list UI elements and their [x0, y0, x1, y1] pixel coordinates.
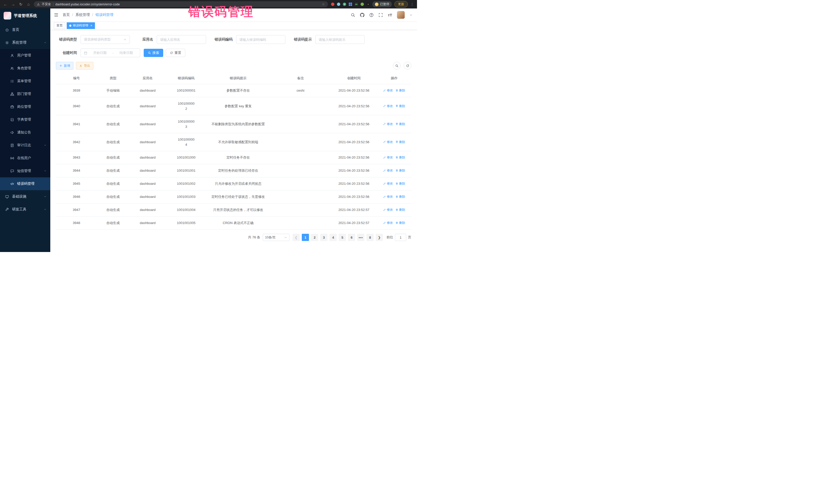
page-button-5[interactable]: 5	[339, 234, 346, 241]
error-code-input[interactable]	[236, 35, 285, 44]
date-range-picker[interactable]: 开始日期 - 结束日期	[81, 48, 140, 57]
browser-home-button[interactable]: ⌂	[26, 2, 31, 6]
page-size-select[interactable]: 10条/页	[263, 234, 289, 241]
page-button-8[interactable]: 8	[367, 234, 374, 241]
extension-icon-green-v[interactable]: V	[343, 3, 346, 6]
delete-link[interactable]: 删除	[395, 194, 405, 199]
error-type-select[interactable]: 请选择错误码类型	[81, 35, 130, 44]
delete-link[interactable]: 删除	[395, 181, 405, 186]
extension-icon-cyan[interactable]	[337, 3, 340, 6]
sidebar-item-label: 错误码管理	[17, 181, 35, 186]
sidebar-item-dept-mgmt[interactable]: 部门管理	[0, 88, 50, 100]
sidebar-item-post-mgmt[interactable]: 岗位管理	[0, 100, 50, 113]
browser-forward-button[interactable]: →	[11, 2, 15, 6]
prev-page-button[interactable]: ❮	[292, 234, 300, 241]
page-button-2[interactable]: 2	[311, 234, 318, 241]
user-avatar[interactable]	[397, 11, 405, 19]
extensions-puzzle-icon[interactable]: ■	[367, 3, 370, 6]
page-button-6[interactable]: 6	[348, 234, 355, 241]
delete-link[interactable]: 删除	[395, 220, 405, 225]
edit-link[interactable]: 修改	[383, 168, 393, 173]
delete-link[interactable]: 删除	[395, 122, 405, 126]
tag-item[interactable]: 首页	[54, 22, 65, 29]
paused-profile-chip[interactable]: 已暂停	[372, 1, 392, 7]
extension-icon-on[interactable]: on	[355, 3, 358, 6]
table-toolbar: 新增 导出	[56, 62, 411, 69]
close-icon[interactable]: ×	[90, 24, 92, 27]
cell-app: dashboard	[129, 84, 166, 97]
delete-link[interactable]: 删除	[395, 207, 405, 212]
cell-message: 定时任务已经处于该状态，无需修改	[206, 191, 270, 203]
sidebar-item-infra[interactable]: 基础设施	[0, 190, 50, 203]
goto-label: 前往	[387, 235, 393, 240]
pager-ellipsis[interactable]: •••	[357, 234, 365, 241]
next-page-button[interactable]: ❯	[376, 234, 383, 241]
cell-created: 2021-04-20 23:52:56	[331, 191, 377, 203]
edit-link[interactable]: 修改	[383, 155, 393, 160]
address-bar[interactable]: ⚠ 不安全 dashboard.yudao.iocoder.cn/system/…	[34, 1, 328, 7]
sidebar-logo[interactable]: 芋道管理系统	[0, 8, 50, 23]
sidebar-item-online-user[interactable]: 在线用户	[0, 152, 50, 165]
search-button[interactable]: 搜索	[144, 49, 163, 57]
search-icon[interactable]	[351, 13, 355, 17]
sidebar-item-dev-tools[interactable]: 研发工具	[0, 203, 50, 216]
sidebar-item-user-mgmt[interactable]: 用户管理	[0, 49, 50, 62]
edit-link[interactable]: 修改	[383, 139, 393, 144]
extension-icon-grid[interactable]	[349, 3, 352, 6]
toggle-search-button[interactable]	[393, 62, 400, 69]
delete-link[interactable]: 删除	[395, 88, 405, 93]
browser-update-button[interactable]: 更新	[394, 1, 408, 7]
edit-link[interactable]: 修改	[383, 181, 393, 186]
cell-app: dashboard	[129, 97, 166, 115]
breadcrumb-home[interactable]: 首页	[63, 13, 70, 17]
tag-active[interactable]: 错误码管理×	[67, 22, 95, 29]
browser-refresh-button[interactable]: ↻	[19, 2, 23, 7]
sidebar-item-menu-mgmt[interactable]: 菜单管理	[0, 75, 50, 88]
page-button-3[interactable]: 3	[320, 234, 327, 241]
add-button[interactable]: 新增	[56, 62, 73, 69]
delete-link[interactable]: 删除	[395, 168, 405, 173]
github-icon[interactable]	[360, 13, 365, 17]
reset-button[interactable]: 重置	[166, 49, 185, 57]
sidebar-item-sms-mgmt[interactable]: 短信管理	[0, 165, 50, 177]
sidebar-item-notice[interactable]: 通知公告	[0, 126, 50, 139]
chevron-down-icon[interactable]	[410, 14, 412, 17]
sidebar-item-error-code-mgmt[interactable]: 错误码管理	[0, 177, 50, 190]
goto-page-input[interactable]	[395, 234, 406, 241]
sidebar-item-home[interactable]: 首页	[0, 23, 50, 36]
browser-menu-icon[interactable]: ⋮	[410, 2, 414, 6]
extension-icon-red[interactable]	[331, 3, 334, 6]
help-icon[interactable]	[369, 13, 374, 17]
range-separator: -	[112, 51, 113, 55]
cell-id: 3946	[56, 191, 97, 203]
cell-actions: 修改删除	[377, 84, 411, 97]
page-button-1[interactable]: 1	[302, 234, 309, 241]
edit-link[interactable]: 修改	[383, 194, 393, 199]
chevron-down-icon	[284, 236, 287, 239]
fullscreen-icon[interactable]	[378, 13, 383, 17]
hamburger-icon[interactable]	[54, 13, 59, 17]
breadcrumb-system[interactable]: 系统管理	[75, 13, 90, 17]
sidebar-item-system-mgmt[interactable]: 系统管理	[0, 36, 50, 49]
delete-link[interactable]: 删除	[395, 104, 405, 108]
error-message-input[interactable]	[315, 35, 365, 44]
edit-link[interactable]: 修改	[383, 207, 393, 212]
app-name-input[interactable]	[157, 35, 206, 44]
edit-link[interactable]: 修改	[383, 104, 393, 108]
export-button[interactable]: 导出	[76, 62, 93, 69]
edit-link[interactable]: 修改	[383, 220, 393, 225]
browser-back-button[interactable]: ←	[3, 2, 8, 6]
sidebar-item-role-mgmt[interactable]: 角色管理	[0, 62, 50, 75]
delete-link[interactable]: 删除	[395, 139, 405, 144]
edit-link[interactable]: 修改	[383, 122, 393, 126]
extension-icon-leaf[interactable]	[360, 3, 364, 6]
delete-link[interactable]: 删除	[395, 155, 405, 160]
sidebar-item-dict-mgmt[interactable]: 字典管理	[0, 113, 50, 126]
sidebar-item-audit-log[interactable]: 审计日志	[0, 139, 50, 152]
error-message-label: 错误码提示	[294, 37, 312, 42]
refresh-table-button[interactable]	[404, 62, 411, 69]
bookmark-star-icon[interactable]: ☆	[322, 2, 325, 6]
font-size-icon[interactable]: тT	[388, 13, 392, 17]
edit-link[interactable]: 修改	[383, 88, 393, 93]
page-button-4[interactable]: 4	[329, 234, 337, 241]
